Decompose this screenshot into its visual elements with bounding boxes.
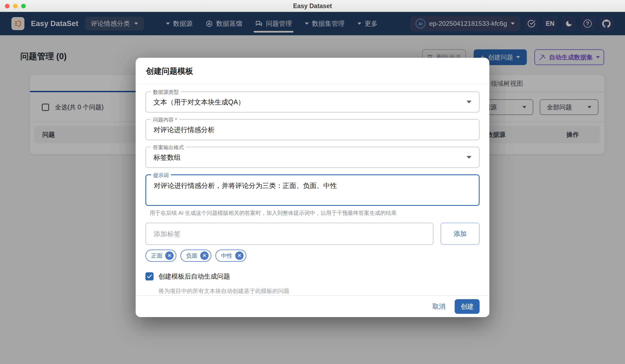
check-icon [146,273,152,279]
tag-chip-label: 负面 [186,252,197,260]
datasource-type-label: 数据源类型 [151,89,181,96]
macos-titlebar: Easy Dataset [0,0,625,12]
create-button[interactable]: 创建 [455,299,480,314]
tag-chip: 负面 ✕ [180,250,211,262]
question-content-label: 问题内容 * [151,116,179,123]
prompt-value: 对评论进行情感分析，并将评论分为三类：正面、负面、中性 [154,181,337,190]
chip-remove-icon[interactable]: ✕ [235,251,244,260]
dialog-body: 数据源类型 文本（用于对文本块生成QA） 问题内容 * 对评论进行情感分析 答案… [136,84,489,295]
tag-input-row: 添加 [145,223,480,245]
create-question-template-dialog: 创建问题模板 数据源类型 文本（用于对文本块生成QA） 问题内容 * 对评论进行… [136,58,489,317]
question-content-value: 对评论进行情感分析 [154,125,215,134]
chevron-down-icon [467,101,471,103]
auto-create-label: 创建模板后自动生成问题 [158,272,230,281]
cancel-button[interactable]: 取消 [432,302,445,311]
answer-format-label: 答案输出格式 [151,144,186,151]
chip-remove-icon[interactable]: ✕ [200,251,209,260]
tag-chip-label: 中性 [221,252,232,260]
tag-chip: 正面 ✕ [145,250,176,262]
prompt-helper-text: 用于在后续 AI 生成这个问题模版相关的答案时，加入到整体提示词中，以用于干预最… [150,209,480,217]
chevron-down-icon [467,156,471,159]
datasource-type-value: 文本（用于对文本块生成QA） [154,98,245,107]
window-title: Easy Dataset [0,0,625,12]
dialog-title: 创建问题模板 [136,58,489,84]
tag-chips: 正面 ✕ 负面 ✕ 中性 ✕ [145,250,480,262]
prompt-textarea[interactable]: 提示词 对评论进行情感分析，并将评论分为三类：正面、负面、中性 [145,174,480,206]
auto-create-helper-text: 将为项目中的所有文本块自动创建基于此模板的问题 [158,287,480,295]
screen: Easy Dataset Easy DataSet 评论情感分类 数据源 [0,0,625,364]
prompt-label: 提示词 [151,172,171,179]
datasource-type-select[interactable]: 数据源类型 文本（用于对文本块生成QA） [145,91,480,113]
auto-create-checkbox[interactable] [145,272,154,280]
answer-format-select[interactable]: 答案输出格式 标签数组 [145,147,480,168]
dialog-footer: 取消 创建 [136,295,489,317]
add-tag-button[interactable]: 添加 [441,223,480,245]
answer-format-value: 标签数组 [154,153,181,162]
tag-chip: 中性 ✕ [215,250,246,262]
tag-chip-label: 正面 [151,252,162,260]
auto-create-row: 创建模板后自动生成问题 [145,272,480,281]
question-content-field[interactable]: 问题内容 * 对评论进行情感分析 [145,119,480,140]
chip-remove-icon[interactable]: ✕ [165,251,174,260]
add-tag-input[interactable] [145,223,433,245]
